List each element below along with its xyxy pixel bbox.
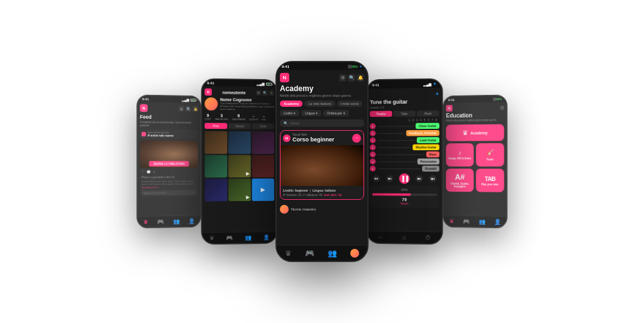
home-nav-icon[interactable]: ♛ bbox=[143, 219, 148, 225]
phone2-header: N nomeutente ⚙ 🔍 ≡ bbox=[204, 89, 274, 97]
search-bar[interactable]: 🔍 Cerca bbox=[280, 119, 364, 127]
tab-my-lessons[interactable]: Le mie lezioni bbox=[304, 101, 335, 107]
tab-post[interactable]: Post bbox=[204, 123, 227, 129]
academy-title: Academy bbox=[280, 84, 364, 93]
profile-tabs: Post Salvati Draft bbox=[204, 123, 274, 129]
tab-academy[interactable]: Academy bbox=[280, 101, 303, 107]
phone3-status-icons: ⬛86% ✦ bbox=[348, 64, 362, 68]
lessons-info: N° lessons: 20, n° tablature: 40, bbox=[283, 194, 324, 197]
course-arrow-button[interactable]: → bbox=[352, 134, 361, 143]
reset-button[interactable]: Reset bbox=[372, 202, 437, 205]
profile3-avatar-nav[interactable] bbox=[350, 249, 359, 258]
track-dot-3: ● bbox=[370, 138, 375, 143]
track-chip-7[interactable]: Drumkit bbox=[422, 166, 439, 172]
stat-tabs: 3 TABLATURE bbox=[214, 113, 228, 120]
next-btn[interactable]: ⏭ bbox=[416, 175, 423, 182]
tab-draft[interactable]: Draft bbox=[252, 123, 274, 129]
lang-val: italiano bbox=[325, 189, 336, 192]
track-chip-4[interactable]: Rhythm Guitar bbox=[413, 145, 439, 151]
songs-menu-item[interactable]: ♪ Songs, Riff & Solos bbox=[446, 143, 474, 167]
phone5-content: N ⬛ Education Mettiti alla prova e migli… bbox=[444, 102, 506, 194]
community-nav-icon[interactable]: 👥 bbox=[173, 218, 179, 224]
teacher-avatar bbox=[280, 205, 289, 214]
tab-my-courses[interactable]: I miei corsi bbox=[337, 101, 363, 107]
tab-icon: TAB bbox=[485, 175, 496, 182]
academy-menu-item[interactable]: ♛ Academy bbox=[446, 124, 504, 141]
profile5-nav-icon[interactable]: 👤 bbox=[494, 219, 501, 225]
notification-icon[interactable]: 🔔 bbox=[192, 106, 198, 112]
arrow-left-icon[interactable]: ← bbox=[378, 234, 384, 240]
string-line-2 bbox=[377, 133, 404, 133]
timer-icon[interactable]: ⏱ bbox=[425, 234, 431, 241]
track-chip-1[interactable]: Clean Guitar bbox=[416, 123, 440, 129]
prev-btn[interactable]: ⏭ bbox=[386, 175, 393, 182]
home4-nav-icon[interactable]: ⌂ bbox=[402, 234, 406, 241]
menu2-icon[interactable]: ≡ bbox=[269, 90, 274, 96]
menu-row-2: A# Chords, Scales, Arpeggios TAB Play yo… bbox=[446, 168, 504, 192]
skip-fwd-btn[interactable]: ⏭ bbox=[429, 175, 436, 182]
chords-menu-item[interactable]: A# Chords, Scales, Arpeggios bbox=[446, 168, 474, 192]
settings-icon[interactable]: ⚙ bbox=[179, 106, 184, 111]
comment-input[interactable]: Aggiungi un commento... bbox=[142, 190, 196, 196]
search2-icon[interactable]: 🔍 bbox=[262, 90, 267, 96]
phone4-time: 9:41 bbox=[372, 83, 379, 87]
phone4-spacer bbox=[370, 91, 377, 98]
phone5-header: N ⬛ bbox=[446, 104, 504, 112]
see-all[interactable]: Visualizza tutto a bbox=[140, 185, 197, 190]
game-nav-icon[interactable]: 🎮 bbox=[157, 219, 164, 225]
settings3-icon[interactable]: ⚙ bbox=[339, 74, 347, 82]
game5-nav-icon[interactable]: 🎮 bbox=[463, 218, 469, 224]
string-line-7 bbox=[377, 168, 420, 169]
phone1-header: N ⚙ 🔍 🔔 bbox=[140, 104, 197, 113]
track-chip-2[interactable]: Feedback, Overdub bbox=[406, 130, 439, 136]
tab-salvati[interactable]: Salvati bbox=[228, 123, 251, 129]
tab-neck[interactable]: Neck bbox=[417, 111, 440, 117]
course-card-image bbox=[280, 145, 364, 186]
premium-icon bbox=[142, 132, 146, 136]
comment-icon[interactable]: 💬 bbox=[147, 170, 150, 173]
search3-icon[interactable]: 🔍 bbox=[348, 74, 355, 82]
home2-nav-icon[interactable]: ♛ bbox=[209, 235, 214, 241]
home5-nav-icon[interactable]: ♛ bbox=[449, 218, 454, 224]
bpm-slider[interactable] bbox=[372, 193, 437, 195]
track-chip-5[interactable]: Bass bbox=[426, 151, 440, 157]
username-header: nomeutente bbox=[222, 90, 245, 94]
string-line-4 bbox=[377, 147, 411, 148]
game3-nav-icon[interactable]: 🎮 bbox=[305, 249, 314, 258]
skip-back-btn[interactable]: ⏮ bbox=[373, 175, 380, 182]
language-select[interactable]: Lingua ▾ bbox=[301, 110, 321, 116]
share-icon[interactable]: ↗ bbox=[153, 170, 155, 173]
tuner-menu-item[interactable]: 🎸 Tuner bbox=[476, 143, 504, 167]
tab-tabs[interactable]: Tabs bbox=[393, 111, 416, 117]
level-select[interactable]: Livello ▾ bbox=[280, 110, 299, 116]
settings2-icon[interactable]: ⚙ bbox=[256, 90, 261, 96]
phone4-status-icons: ▂▄▆ ✦ bbox=[423, 81, 437, 87]
tab-tracks[interactable]: Tracks bbox=[370, 111, 392, 117]
filter-row: Livello ▾ Lingua ▾ Ordina per ▾ bbox=[280, 110, 364, 116]
profile-info: Nome Cognome Ciao Vaialinchere, sono un … bbox=[220, 97, 274, 111]
sort-select[interactable]: Ordina per ▾ bbox=[323, 110, 349, 116]
tabs-menu-label: Play your tabs bbox=[482, 183, 499, 186]
play-tab-button[interactable]: SUONA LA TABLATURA bbox=[149, 161, 189, 167]
track-chip-3[interactable]: Lead Guitar bbox=[417, 137, 440, 143]
community2-nav-icon[interactable]: 👥 bbox=[245, 234, 251, 241]
profile-bio: Ciao Vaialinchere, sono un maestro di mu… bbox=[220, 102, 274, 111]
like-icon[interactable]: ♡ bbox=[142, 170, 144, 173]
home3-nav-icon[interactable]: ♛ bbox=[285, 249, 292, 258]
phone4-bottom-nav: ← ⌂ ⏱ bbox=[367, 231, 441, 243]
community5-nav-icon[interactable]: 👥 bbox=[479, 219, 485, 225]
fret-2: 2 bbox=[413, 119, 414, 122]
education-subtitle: Mettiti alla prova e migliora giorno dop… bbox=[446, 119, 504, 122]
tune-title: Tune the guitar bbox=[370, 99, 440, 106]
search-icon[interactable]: 🔍 bbox=[186, 106, 191, 112]
track-chip-6[interactable]: Percussion bbox=[418, 158, 440, 164]
segment-tabs: Tracks Tabs Neck bbox=[370, 111, 440, 117]
notification3-icon[interactable]: 🔔 bbox=[357, 74, 364, 82]
play-main-btn[interactable]: ▐▐ bbox=[399, 173, 410, 184]
game2-nav-icon[interactable]: 🎮 bbox=[226, 235, 233, 241]
crown-menu-icon: ♛ bbox=[462, 129, 469, 136]
profile-nav-icon[interactable]: 👤 bbox=[188, 218, 194, 224]
community3-nav-icon[interactable]: 👥 bbox=[328, 249, 337, 258]
profile2-nav-icon[interactable]: 👤 bbox=[263, 234, 269, 240]
tabs-menu-item[interactable]: TAB Play your tabs bbox=[476, 168, 504, 192]
